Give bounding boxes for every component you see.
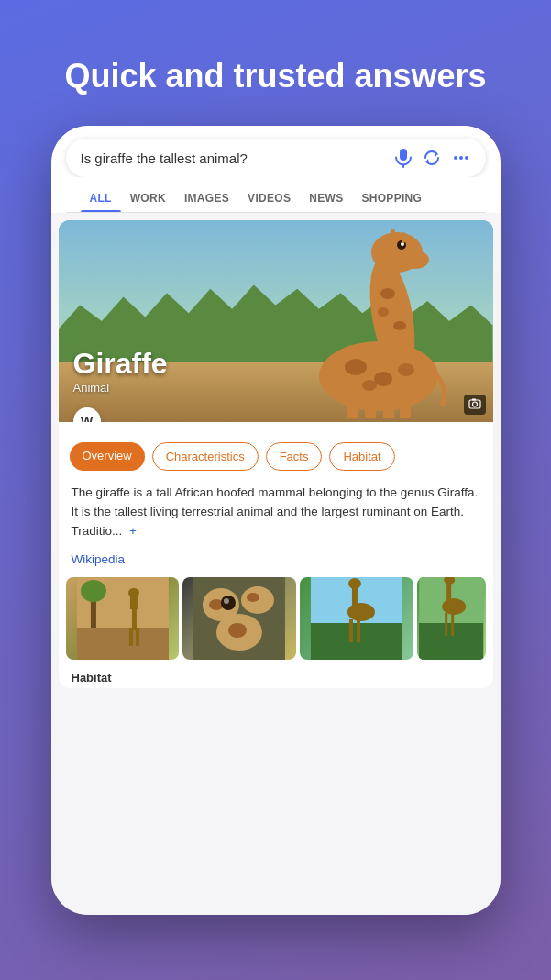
svg-point-3: [459, 156, 463, 160]
svg-point-6: [380, 288, 395, 299]
giraffe-title: Giraffe: [73, 347, 168, 381]
gallery-image-2[interactable]: [182, 577, 296, 660]
card-tab-facts[interactable]: Facts: [266, 442, 323, 471]
card-tabs: Overview Characteristics Facts Habitat: [59, 422, 493, 480]
tab-videos[interactable]: VIDEOS: [238, 184, 300, 212]
svg-rect-23: [400, 403, 411, 418]
svg-point-44: [224, 598, 229, 604]
svg-rect-20: [347, 404, 358, 418]
more-options-icon[interactable]: [451, 148, 471, 168]
photo-credit: [464, 395, 486, 415]
tab-work[interactable]: WORK: [121, 184, 175, 212]
svg-point-8: [378, 307, 389, 317]
svg-rect-26: [472, 399, 476, 401]
giraffe-image-label: Giraffe Animal: [73, 347, 168, 395]
giraffe-description: The giraffe is a tall African hoofed mam…: [59, 480, 493, 549]
card-tab-overview[interactable]: Overview: [70, 442, 145, 471]
giraffe-knowledge-card: Giraffe Animal W Overview: [59, 220, 493, 688]
nav-tabs: ALL WORK IMAGES VIDEOS NEWS SHOPPING: [66, 177, 486, 213]
tab-all[interactable]: ALL: [81, 184, 121, 212]
svg-rect-34: [128, 628, 132, 646]
svg-point-2: [454, 156, 457, 160]
svg-point-7: [393, 321, 406, 330]
card-tab-habitat[interactable]: Habitat: [329, 442, 394, 471]
svg-rect-60: [451, 613, 454, 636]
svg-rect-14: [402, 232, 405, 243]
svg-point-25: [472, 402, 477, 406]
svg-rect-0: [400, 149, 407, 161]
gallery-image-1[interactable]: [66, 577, 180, 660]
svg-rect-59: [445, 613, 447, 636]
tab-shopping[interactable]: SHOPPING: [352, 184, 431, 212]
refresh-icon[interactable]: [422, 148, 442, 168]
svg-point-17: [374, 372, 392, 386]
svg-rect-32: [129, 596, 137, 609]
svg-rect-35: [135, 628, 138, 646]
habitat-section-label: Habitat: [59, 667, 493, 688]
giraffe-hero-image: Giraffe Animal W: [59, 220, 493, 422]
gallery-image-3[interactable]: [300, 577, 413, 660]
svg-rect-24: [469, 400, 480, 408]
svg-point-33: [127, 588, 138, 597]
hero-title: Quick and trusted answers: [28, 55, 523, 96]
svg-point-18: [398, 363, 414, 376]
svg-rect-51: [349, 619, 353, 642]
svg-rect-13: [391, 229, 395, 242]
svg-rect-22: [383, 405, 394, 418]
content-area: Giraffe Animal W Overview: [51, 213, 501, 915]
svg-point-16: [345, 359, 367, 375]
giraffe-subtitle: Animal: [73, 381, 168, 395]
svg-point-58: [442, 598, 466, 615]
microphone-icon[interactable]: [394, 149, 413, 167]
svg-point-49: [348, 578, 361, 589]
svg-point-30: [80, 580, 105, 602]
tab-images[interactable]: IMAGES: [175, 184, 238, 212]
tab-news[interactable]: NEWS: [300, 184, 352, 212]
search-query-text: Is giraffe the tallest animal?: [81, 150, 385, 166]
svg-point-41: [247, 593, 259, 602]
svg-rect-28: [76, 628, 168, 660]
card-tab-characteristics[interactable]: Characteristics: [152, 442, 259, 471]
svg-point-19: [362, 380, 377, 391]
search-bar-area: Is giraffe the tallest animal?: [51, 126, 501, 213]
phone-mockup: Is giraffe the tallest animal?: [51, 126, 501, 915]
gallery-image-4[interactable]: [417, 577, 485, 660]
search-bar[interactable]: Is giraffe the tallest animal?: [66, 139, 486, 177]
svg-point-50: [347, 603, 375, 621]
svg-point-42: [228, 623, 247, 638]
read-more-button[interactable]: +: [129, 524, 137, 538]
svg-point-4: [465, 156, 468, 160]
svg-rect-21: [365, 406, 376, 418]
wikipedia-link[interactable]: Wikipedia: [59, 549, 493, 577]
svg-rect-52: [357, 619, 360, 642]
image-gallery-row: [59, 577, 493, 667]
svg-point-10: [402, 251, 429, 269]
